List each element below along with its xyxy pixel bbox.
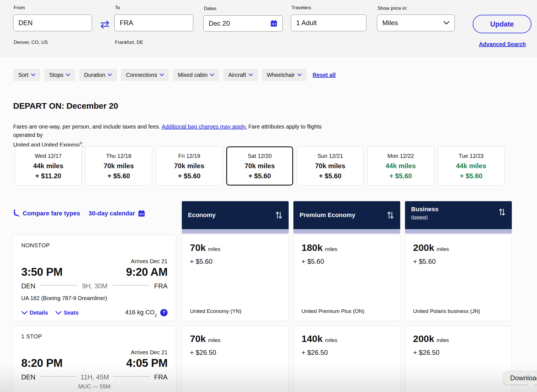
date-card[interactable]: Fri 12/19 70k miles + $5.60 [156, 146, 223, 186]
travelers-label: Travelers [291, 5, 311, 11]
business-column-header: Business (lowest) [405, 201, 512, 234]
column-title: Economy [188, 212, 282, 219]
duration: 9H, 30M [82, 282, 107, 290]
premium-economy-column-header: Premium Economy [293, 201, 400, 234]
from-input[interactable]: DEN [13, 15, 92, 31]
show-price-label: Show price in: [378, 6, 408, 11]
from-city: Denver, CO, US [14, 40, 48, 45]
origin-code: DEN [21, 282, 36, 290]
swap-airports-icon[interactable] [99, 20, 110, 30]
to-input[interactable]: FRA [114, 15, 193, 31]
fare-cell-economy[interactable]: 70k miles + $26.50 [182, 326, 289, 392]
calendar-icon [270, 20, 277, 27]
reset-all-link[interactable]: Reset all [313, 72, 336, 78]
wheelchair-filter-button[interactable]: Wheelchair [262, 69, 307, 81]
from-value: DEN [18, 19, 33, 27]
column-accent-strip [293, 229, 400, 234]
details-toggle[interactable]: Details [21, 310, 48, 316]
chevron-down-icon [297, 73, 302, 76]
destination-code: FRA [154, 282, 168, 290]
depart-time: 8:20 PM [21, 357, 63, 369]
travelers-input[interactable]: 1 Adult [291, 15, 366, 31]
origin-code: DEN [21, 373, 36, 381]
column-title: Premium Economy [300, 212, 394, 219]
date-card[interactable]: Sun 12/21 70k miles + $5.60 [297, 146, 364, 186]
sort-arrows-icon[interactable] [275, 211, 282, 219]
sort-arrows-icon[interactable] [387, 211, 394, 219]
advanced-search-link[interactable]: Advanced Search [479, 41, 526, 47]
calendar-icon [138, 210, 145, 217]
to-value: FRA [120, 19, 133, 27]
column-subtitle[interactable]: (lowest) [411, 215, 506, 220]
sort-filter-button[interactable]: Sort [13, 69, 40, 81]
fare-cell-premium-economy[interactable]: 140k miles + $26.50 [293, 326, 400, 392]
chevron-down-icon [249, 73, 253, 76]
thirty-day-calendar-link[interactable]: 30-day calendar [88, 210, 145, 217]
seats-toggle[interactable]: Seats [55, 310, 79, 316]
chevron-down-icon [55, 311, 62, 315]
flight-number-aircraft: UA 182 (Boeing 787-9 Dreamliner) [21, 295, 168, 301]
flight-card-nonstop: NONSTOP Arrives Dec 21 3:50 PM 9:20 AM D… [13, 235, 176, 321]
stops-label: NONSTOP [21, 242, 168, 249]
date-card[interactable]: Tue 12/23 44k miles + $5.60 [438, 146, 505, 186]
aircraft-filter-button[interactable]: Aircraft [223, 69, 258, 81]
update-button[interactable]: Update [473, 15, 531, 33]
route-dotted-line [112, 285, 150, 286]
duration-filter-button[interactable]: Duration [79, 69, 117, 81]
fare-disclaimer: Fares are one-way, per person, and inclu… [13, 122, 338, 149]
date-card[interactable]: Thu 12/18 70k miles + $5.60 [85, 146, 152, 186]
search-bar: From DEN Denver, CO, US To FRA Frankfurt… [0, 0, 537, 57]
fare-product: United Premium Plus (ON) [302, 308, 364, 314]
flight-results-page: From DEN Denver, CO, US To FRA Frankfurt… [0, 0, 537, 392]
destination-code: FRA [154, 373, 168, 381]
fare-product: United Polaris business (JN) [413, 308, 480, 314]
sort-arrows-icon[interactable] [498, 208, 506, 216]
seat-icon [13, 210, 20, 217]
date-card[interactable]: Wed 12/17 44k miles + $11.20 [15, 146, 82, 186]
dates-value: Dec 20 [209, 20, 230, 27]
travelers-value: 1 Adult [296, 19, 317, 27]
to-city: Frankfurt, DE [115, 40, 143, 45]
column-accent-strip [182, 229, 289, 234]
date-strip: Wed 12/17 44k miles + $11.20 Thu 12/18 7… [15, 146, 505, 186]
fare-cell-premium-economy[interactable]: 180k miles + $5.60 United Premium Plus (… [293, 235, 400, 321]
date-card[interactable]: Mon 12/22 44k miles + $5.60 [367, 146, 434, 186]
stops-label: 1 STOP [21, 333, 168, 340]
depart-time: 3:50 PM [21, 266, 63, 278]
chevron-down-icon [443, 21, 449, 25]
arrives-label: Arrives Dec 21 [21, 258, 168, 265]
route-dotted-line [114, 376, 150, 377]
mixed-cabin-filter-button[interactable]: Mixed cabin [173, 69, 220, 81]
connection-info: MUC — 55M [21, 383, 168, 390]
bag-charges-link[interactable]: Additional bag charges may apply. [162, 123, 247, 130]
help-icon[interactable]: ? [160, 309, 168, 316]
route-dotted-line [40, 376, 76, 377]
from-label: From [14, 5, 25, 11]
to-label: To [115, 5, 120, 11]
date-card-selected[interactable]: Sat 12/20 70k miles + $5.60 [226, 146, 293, 186]
connections-filter-button[interactable]: Connections [121, 69, 169, 81]
fare-product: United Economy (YN) [190, 308, 241, 314]
show-price-value: Miles [382, 19, 398, 27]
show-price-select[interactable]: Miles [377, 15, 455, 31]
chevron-down-icon [160, 73, 164, 76]
arrive-time: 9:20 AM [126, 266, 168, 278]
column-title: Business [411, 206, 506, 213]
filter-bar: Sort Stops Duration Connections Mixed ca… [13, 69, 336, 81]
compare-fare-types-link[interactable]: Compare fare types [13, 210, 80, 217]
duration: 11H, 45M [81, 373, 109, 381]
stops-filter-button[interactable]: Stops [44, 69, 75, 81]
dates-label: Dates [204, 6, 216, 11]
chevron-down-icon [66, 73, 70, 76]
economy-column-header: Economy [182, 201, 289, 234]
fare-cell-economy[interactable]: 70k miles + $5.60 United Economy (YN) [182, 235, 289, 321]
dates-input[interactable]: Dec 20 [203, 15, 283, 32]
fare-cell-business[interactable]: 200k miles + $5.60 United Polaris busine… [405, 235, 512, 321]
chevron-down-icon [21, 311, 27, 315]
fare-cell-business[interactable]: 200k miles + $26.50 [405, 326, 512, 392]
co2-emissions: 416 kg CO2 ? [125, 309, 168, 317]
chevron-down-icon [31, 73, 35, 76]
depart-heading: DEPART ON: December 20 [13, 101, 118, 111]
chevron-down-icon [108, 73, 112, 76]
arrives-label: Arrives Dec 21 [21, 349, 168, 356]
